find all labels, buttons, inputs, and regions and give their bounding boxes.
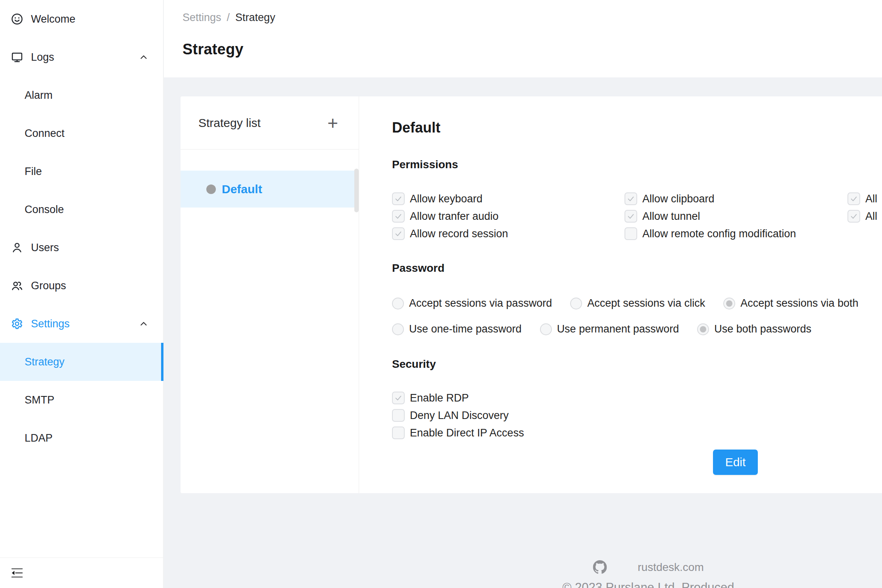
breadcrumb-settings[interactable]: Settings: [183, 11, 221, 24]
strategy-list-header: Strategy list +: [181, 96, 359, 150]
strategy-list-item-default[interactable]: Default: [181, 171, 359, 208]
sidebar-item-label: Strategy: [25, 356, 65, 368]
sidebar-item-label: Users: [31, 242, 59, 254]
sidebar-item-alarm[interactable]: Alarm: [0, 76, 163, 114]
footer-links: rustdesk.com: [593, 560, 704, 574]
radio-circle: [570, 298, 582, 309]
footer: rustdesk.com © 2023 Purslane Ltd. Produc…: [562, 560, 734, 588]
sidebar-item-label: Welcome: [31, 13, 75, 25]
security-heading: Security: [392, 357, 882, 372]
github-icon[interactable]: [593, 560, 607, 574]
sidebar-item-users[interactable]: Users: [0, 229, 163, 267]
checkbox-allow-clipped-2[interactable]: All: [847, 210, 882, 223]
checkbox-deny-lan-discovery[interactable]: Deny LAN Discovery: [392, 409, 509, 422]
sidebar: Welcome Logs Alarm Connect File Console: [0, 0, 163, 588]
checkbox-box: [392, 409, 405, 422]
strategy-list-panel: Strategy list + Default: [181, 96, 359, 493]
checkbox-allow-record-session[interactable]: Allow record session: [392, 227, 625, 240]
sidebar-item-label: Alarm: [25, 89, 53, 102]
radio-circle: [723, 298, 735, 309]
strategy-card: Strategy list + Default Default Permissi…: [181, 96, 882, 493]
radio-one-time-password[interactable]: Use one-time password: [392, 323, 522, 335]
sidebar-item-label: Logs: [31, 51, 54, 63]
checkbox-allow-tranfer-audio[interactable]: Allow tranfer audio: [392, 210, 625, 223]
radio-circle: [697, 323, 709, 335]
checkbox-box: [392, 192, 405, 205]
sidebar-item-smtp[interactable]: SMTP: [0, 381, 163, 419]
strategy-list-title: Strategy list: [198, 116, 261, 130]
checkbox-box: [625, 192, 637, 205]
checkbox-allow-clipped-1[interactable]: All: [847, 192, 882, 205]
sidebar-item-console[interactable]: Console: [0, 190, 163, 229]
checkbox-box: [625, 210, 637, 223]
footer-link-rustdesk[interactable]: rustdesk.com: [638, 561, 704, 574]
radio-accept-via-click[interactable]: Accept sessions via click: [570, 297, 705, 309]
list-scrollbar[interactable]: [354, 169, 359, 212]
page-header: Settings / Strategy Strategy: [164, 0, 882, 77]
checkbox-box: [847, 192, 860, 205]
sidebar-footer: [0, 557, 163, 588]
sidebar-item-settings[interactable]: Settings: [0, 305, 163, 343]
checkbox-box: [847, 210, 860, 223]
checkbox-box: [392, 427, 405, 439]
sidebar-nav: Welcome Logs Alarm Connect File Console: [0, 0, 163, 457]
checkbox-box: [392, 227, 405, 240]
password-heading: Password: [392, 261, 882, 276]
checkbox-allow-remote-config[interactable]: Allow remote config modification: [625, 227, 847, 240]
radio-circle: [392, 323, 404, 335]
sidebar-item-welcome[interactable]: Welcome: [0, 0, 163, 38]
sidebar-item-label: File: [25, 165, 42, 178]
sidebar-item-connect[interactable]: Connect: [0, 114, 163, 152]
sidebar-item-devices[interactable]: Logs: [0, 38, 163, 76]
checkbox-enable-rdp[interactable]: Enable RDP: [392, 392, 469, 404]
security-grid: Enable RDP Deny LAN Discovery Enable Dir…: [392, 389, 882, 442]
checkbox-allow-keyboard[interactable]: Allow keyboard: [392, 192, 625, 205]
sidebar-item-label: SMTP: [25, 394, 54, 406]
sidebar-item-label: Connect: [25, 127, 65, 140]
sidebar-item-label: Groups: [31, 280, 66, 292]
radio-circle: [540, 323, 552, 335]
radio-permanent-password[interactable]: Use permanent password: [540, 323, 679, 335]
chevron-up-icon: [138, 52, 149, 62]
radio-circle: [392, 298, 404, 309]
user-icon: [11, 242, 31, 254]
checkbox-box: [392, 392, 405, 404]
footer-copyright: © 2023 Purslane Ltd. Produced: [562, 580, 734, 588]
sidebar-item-label: LDAP: [25, 432, 53, 444]
sidebar-item-ldap[interactable]: LDAP: [0, 419, 163, 457]
sidebar-item-label: Settings: [31, 318, 70, 330]
radio-accept-via-password[interactable]: Accept sessions via password: [392, 297, 552, 309]
breadcrumb-separator: /: [227, 11, 230, 24]
password-type-options: Use one-time password Use permanent pass…: [392, 323, 882, 335]
radio-accept-via-both[interactable]: Accept sessions via both: [723, 297, 858, 309]
sidebar-item-file[interactable]: File: [0, 152, 163, 190]
smiley-icon: [11, 13, 31, 25]
strategy-status-dot: [206, 184, 216, 194]
permissions-heading: Permissions: [392, 157, 882, 172]
strategy-name: Default: [222, 183, 262, 196]
edit-button[interactable]: Edit: [713, 450, 758, 475]
checkbox-allow-clipboard[interactable]: Allow clipboard: [625, 192, 847, 205]
checkbox-enable-direct-ip[interactable]: Enable Direct IP Access: [392, 427, 524, 439]
checkbox-allow-tunnel[interactable]: Allow tunnel: [625, 210, 847, 223]
breadcrumb: Settings / Strategy: [183, 11, 882, 24]
password-accept-options: Accept sessions via password Accept sess…: [392, 297, 882, 309]
add-strategy-button[interactable]: +: [327, 117, 338, 129]
sidebar-item-groups[interactable]: Groups: [0, 267, 163, 305]
main-content: Settings / Strategy Strategy Strategy li…: [164, 0, 882, 588]
page-title: Strategy: [183, 40, 882, 59]
group-icon: [11, 280, 31, 292]
chevron-up-icon: [138, 319, 149, 329]
permissions-grid: Allow keyboard Allow clipboard All Allow…: [392, 190, 882, 242]
checkbox-box: [392, 210, 405, 223]
sidebar-item-strategy[interactable]: Strategy: [0, 343, 163, 381]
breadcrumb-current: Strategy: [235, 11, 275, 24]
checkbox-box: [625, 227, 637, 240]
collapse-sidebar-button[interactable]: [10, 567, 24, 579]
gear-icon: [11, 318, 31, 330]
strategy-detail-title: Default: [392, 119, 882, 136]
strategy-detail-panel: Default Permissions Allow keyboard Allow…: [359, 96, 882, 493]
sidebar-item-label: Console: [25, 204, 64, 216]
monitor-icon: [11, 51, 31, 63]
radio-both-passwords[interactable]: Use both passwords: [697, 323, 811, 335]
